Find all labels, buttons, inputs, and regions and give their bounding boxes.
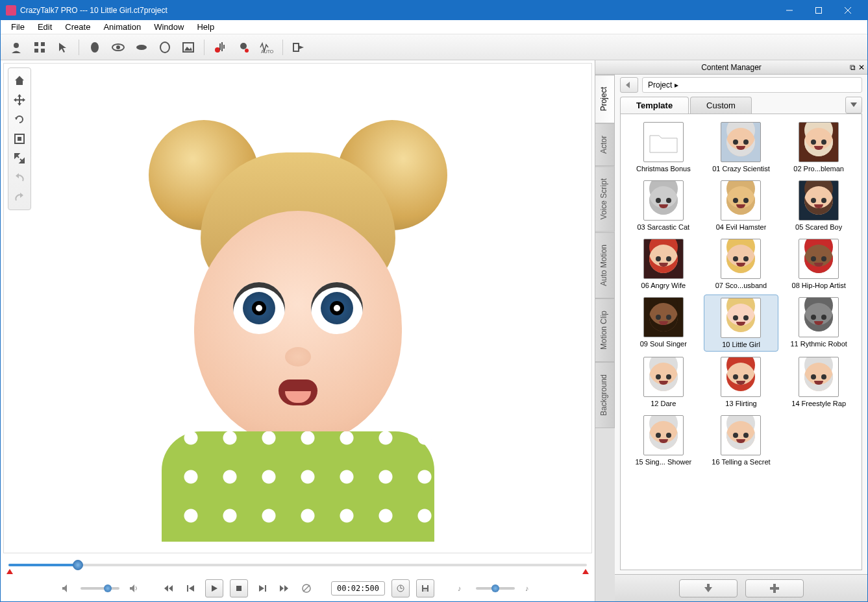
content-item[interactable]: 12 Dare: [626, 354, 701, 410]
mouth-icon[interactable]: [131, 37, 152, 58]
loop-off-button[interactable]: [299, 581, 314, 596]
content-item[interactable]: 06 Angry Wife: [626, 236, 701, 292]
content-item[interactable]: 03 Sarcastic Cat: [626, 178, 701, 234]
range-start-marker[interactable]: [6, 569, 13, 574]
timecode-mode-button[interactable]: [391, 579, 410, 597]
content-item[interactable]: 13 Flirting: [704, 354, 779, 410]
rotate-icon[interactable]: [10, 110, 29, 129]
content-item[interactable]: 11 Rythmic Robot: [781, 295, 856, 352]
menu-create[interactable]: Create: [58, 21, 97, 33]
minimize-button[interactable]: [775, 1, 804, 20]
svg-marker-41: [164, 585, 168, 592]
close-button[interactable]: [833, 1, 862, 20]
save-button[interactable]: [416, 579, 434, 597]
svg-rect-1: [815, 8, 821, 14]
content-item[interactable]: 15 Sing... Shower: [626, 413, 701, 468]
thumbnail-label: 13 Flirting: [725, 400, 756, 407]
cursor-select-icon[interactable]: [53, 37, 73, 58]
svg-marker-38: [20, 193, 23, 198]
svg-marker-9: [59, 43, 66, 53]
breadcrumb[interactable]: Project ▸: [642, 77, 862, 93]
svg-marker-32: [18, 137, 21, 141]
fast-forward-button[interactable]: [277, 581, 292, 596]
content-manager-panel: Content Manager ⧉ ✕ ProjectActorVoice Sc…: [595, 60, 867, 601]
category-tab-background[interactable]: Background: [595, 362, 615, 428]
record-audio-icon[interactable]: [210, 37, 230, 58]
svg-rect-5: [34, 42, 38, 46]
actor-icon[interactable]: [6, 37, 27, 58]
move-icon[interactable]: [10, 90, 29, 110]
timecode-display[interactable]: 00:02:500: [331, 581, 385, 596]
back-button[interactable]: [620, 77, 638, 93]
menu-edit[interactable]: Edit: [31, 21, 58, 33]
face-outline-icon[interactable]: [155, 37, 175, 58]
next-frame-button[interactable]: [254, 581, 270, 596]
mute-icon[interactable]: [58, 581, 74, 596]
play-button[interactable]: [205, 579, 223, 597]
content-item[interactable]: 09 Soul Singer: [626, 295, 701, 352]
content-item[interactable]: 14 Freestyle Rap: [781, 354, 856, 410]
content-item[interactable]: 02 Pro...bleman: [781, 119, 856, 175]
fullscreen-icon[interactable]: [10, 149, 29, 168]
content-item[interactable]: 16 Telling a Secret: [704, 413, 779, 468]
close-panel-icon[interactable]: ✕: [858, 63, 865, 72]
sub-tab-custom[interactable]: Custom: [690, 97, 752, 114]
menu-animation[interactable]: Animation: [97, 21, 147, 33]
thumbnail-image: [643, 297, 684, 337]
svg-marker-47: [259, 585, 264, 592]
stop-button[interactable]: [230, 579, 248, 597]
thumbnail-image: [643, 122, 684, 162]
content-item[interactable]: Christmas Bonus: [626, 119, 701, 175]
thumbnail-label: Christmas Bonus: [636, 165, 691, 173]
add-button[interactable]: [745, 579, 804, 597]
category-tab-voice-script[interactable]: Voice Script: [595, 166, 615, 232]
grid-icon[interactable]: [29, 37, 50, 58]
menu-window[interactable]: Window: [147, 21, 190, 33]
playhead[interactable]: [73, 560, 83, 570]
content-item[interactable]: 07 Sco...usband: [704, 236, 779, 292]
maximize-button[interactable]: [804, 1, 833, 20]
svg-marker-42: [169, 585, 173, 592]
undock-icon[interactable]: ⧉: [850, 63, 856, 72]
thumbnail-grid: Christmas Bonus01 Crazy Scientist02 Pro.…: [620, 114, 862, 570]
svg-marker-49: [280, 585, 284, 592]
category-tab-project[interactable]: Project: [595, 75, 615, 123]
voice-morph-icon[interactable]: [233, 37, 254, 58]
eye-icon[interactable]: [108, 37, 129, 58]
category-tab-actor[interactable]: Actor: [595, 123, 615, 166]
thumbnail-image: [643, 180, 684, 221]
range-end-marker[interactable]: [582, 569, 589, 574]
viewport[interactable]: [3, 63, 592, 553]
auto-motion-icon[interactable]: AUTO: [256, 37, 277, 58]
export-icon[interactable]: [288, 37, 309, 58]
svg-marker-26: [18, 94, 21, 97]
head-icon[interactable]: [84, 37, 105, 58]
thumbnail-label: 15 Sing... Shower: [635, 458, 691, 466]
content-item[interactable]: 10 Little Girl: [704, 295, 779, 352]
menu-bar: FileEditCreateAnimationWindowHelp: [1, 20, 867, 34]
sub-tab-template[interactable]: Template: [620, 97, 689, 114]
fit-frame-icon[interactable]: [10, 129, 29, 149]
timeline[interactable]: [8, 556, 587, 575]
viewport-area: 00:02:500 ♪ ♪: [1, 60, 595, 601]
undo-icon: [10, 168, 29, 187]
home-icon[interactable]: [10, 71, 29, 90]
apply-button[interactable]: [679, 579, 738, 597]
content-item[interactable]: 04 Evil Hamster: [704, 178, 779, 234]
content-item[interactable]: 05 Scared Boy: [781, 178, 856, 234]
volume-slider[interactable]: [81, 587, 119, 590]
category-tabs: ProjectActorVoice ScriptAuto MotionMotio…: [595, 75, 615, 601]
svg-marker-45: [212, 585, 217, 592]
view-options-button[interactable]: [845, 97, 862, 114]
speed-slider[interactable]: [476, 587, 515, 590]
thumbnail-image: [643, 357, 684, 397]
content-item[interactable]: 08 Hip-Hop Artist: [781, 236, 856, 292]
menu-help[interactable]: Help: [190, 21, 221, 33]
category-tab-motion-clip[interactable]: Motion Clip: [595, 298, 615, 362]
prev-frame-button[interactable]: [183, 581, 199, 596]
category-tab-auto-motion[interactable]: Auto Motion: [595, 232, 615, 298]
content-item[interactable]: 01 Crazy Scientist: [704, 119, 779, 175]
rewind-button[interactable]: [161, 581, 177, 596]
menu-file[interactable]: File: [5, 21, 31, 33]
image-icon[interactable]: [178, 37, 199, 58]
